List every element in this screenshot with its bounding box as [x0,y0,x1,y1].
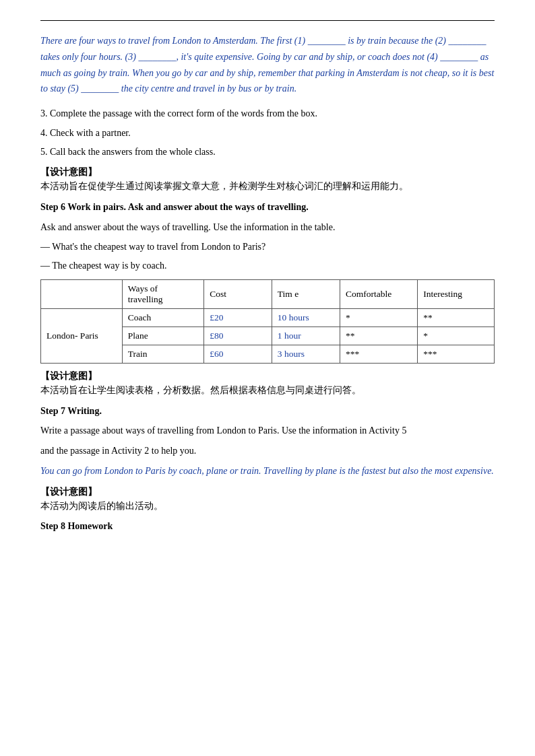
travel-table: Ways of travelling Cost Tim e Comfortabl… [40,279,495,364]
table-way-2: Train [122,345,204,363]
design-intent-3-title: 【设计意图】 [40,487,97,497]
top-divider [40,20,495,21]
table-header-comfortable: Comfortable [340,279,418,308]
step6-desc1: Ask and answer about the ways of travell… [40,219,495,236]
table-time-1: 1 hour [272,327,340,345]
table-comfortable-2: *** [340,345,418,363]
table-cost-2: £60 [204,345,272,363]
step7-title: Step 7 Writing. [40,404,495,419]
design-intent-2-title: 【设计意图】 [40,371,97,381]
table-interesting-2: *** [418,345,495,363]
design-intent-2-text: 本活动旨在让学生阅读表格，分析数据。然后根据表格信息与同桌进行问答。 [40,385,361,395]
table-cost-1: £80 [204,327,272,345]
route-cell: London- Paris [41,308,123,363]
table-header-empty [41,279,123,308]
step8-title: Step 8 Homework [40,519,495,534]
design-intent-3-text: 本活动为阅读后的输出活动。 [40,501,163,511]
table-time-0: 10 hours [272,308,340,327]
table-way-0: Coach [122,308,204,327]
passage-text: There are four ways to travel from Londo… [40,33,495,97]
table-header-row: Ways of travelling Cost Tim e Comfortabl… [41,279,495,308]
instruction-2: 4. Check with a partner. [40,126,495,141]
table-way-1: Plane [122,327,204,345]
instruction-1: 3. Complete the passage with the correct… [40,106,495,121]
table-interesting-1: * [418,327,495,345]
instruction-3: 5. Call back the answers from the whole … [40,145,495,160]
step7-desc2: and the passage in Activity 2 to help yo… [40,443,495,459]
table-cost-0: £20 [204,308,272,327]
step6-dialogue2: — The cheapest way is by coach. [40,258,495,274]
step6-dialogue1: — What's the cheapest way to travel from… [40,239,495,255]
table-interesting-0: ** [418,308,495,327]
table-header-cost: Cost [204,279,272,308]
table-row: London- Paris Coach £20 10 hours * ** [41,308,495,327]
step7-example: You can go from London to Paris by coach… [40,463,495,479]
table-time-2: 3 hours [272,345,340,363]
design-intent-1: 【设计意图】 本活动旨在促使学生通过阅读掌握文章大意，并检测学生对核心词汇的理解… [40,166,495,195]
table-header-time: Tim e [272,279,340,308]
table-header-ways: Ways of travelling [122,279,204,308]
table-header-interesting: Interesting [418,279,495,308]
design-intent-1-title: 【设计意图】 [40,167,97,177]
table-comfortable-0: * [340,308,418,327]
step7-desc1: Write a passage about ways of travelling… [40,423,495,439]
step6-title: Step 6 Work in pairs. Ask and answer abo… [40,200,495,215]
design-intent-3: 【设计意图】 本活动为阅读后的输出活动。 [40,486,495,514]
design-intent-1-text: 本活动旨在促使学生通过阅读掌握文章大意，并检测学生对核心词汇的理解和运用能力。 [40,181,408,191]
table-comfortable-1: ** [340,327,418,345]
design-intent-2: 【设计意图】 本活动旨在让学生阅读表格，分析数据。然后根据表格信息与同桌进行问答… [40,370,495,399]
